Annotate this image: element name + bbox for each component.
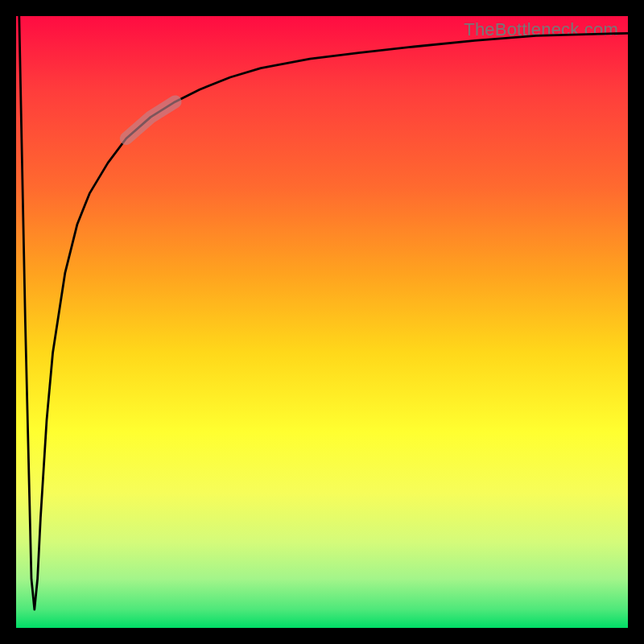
plot-area: TheBottleneck.com: [16, 16, 628, 628]
chart-frame: TheBottleneck.com: [0, 0, 644, 644]
highlight-segment-path: [126, 101, 175, 138]
curve-layer: [16, 16, 628, 628]
bottleneck-curve-path: [19, 16, 628, 609]
